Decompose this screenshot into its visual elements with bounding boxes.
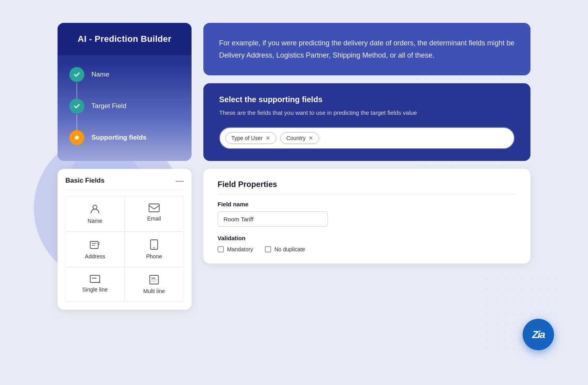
top-info-card: For example, if you were predicting the … bbox=[203, 23, 530, 75]
field-item-email[interactable]: Email bbox=[125, 196, 184, 232]
tag-country-label: Country bbox=[286, 135, 305, 141]
main-container: AI - Prediction Builder Name bbox=[58, 23, 530, 362]
step-spacer-1 bbox=[69, 82, 180, 99]
field-label-multi-line: Multi line bbox=[143, 288, 165, 294]
ai-builder-card: AI - Prediction Builder Name bbox=[58, 23, 192, 161]
field-item-multi-line[interactable]: Multi line bbox=[125, 267, 184, 302]
field-label-email: Email bbox=[147, 215, 161, 222]
checkbox-no-duplicate[interactable]: No duplicate bbox=[265, 246, 305, 252]
address-icon bbox=[89, 239, 100, 250]
email-icon bbox=[149, 204, 160, 212]
step-label-target: Target Field bbox=[91, 102, 127, 110]
field-properties-title: Field Properties bbox=[218, 180, 516, 194]
person-icon bbox=[89, 204, 100, 215]
supporting-fields-title: Select the supporting fields bbox=[219, 95, 515, 104]
step-supporting[interactable]: Supporting fields bbox=[69, 130, 180, 145]
svg-rect-12 bbox=[151, 278, 155, 278]
left-panel: AI - Prediction Builder Name bbox=[58, 23, 192, 310]
tag-type-of-user[interactable]: Type of User ✕ bbox=[225, 132, 276, 144]
field-item-phone[interactable]: Phone bbox=[125, 232, 184, 267]
checkbox-no-duplicate-box[interactable] bbox=[265, 246, 271, 252]
ai-builder-steps: Name Target Field bbox=[58, 55, 192, 161]
svg-rect-8 bbox=[90, 275, 100, 282]
field-item-address[interactable]: Address bbox=[65, 232, 125, 267]
svg-point-0 bbox=[93, 205, 97, 209]
field-label-name: Name bbox=[87, 218, 102, 224]
right-panel: For example, if you were predicting the … bbox=[203, 23, 530, 264]
tag-type-of-user-label: Type of User bbox=[231, 135, 262, 141]
tag-country[interactable]: Country ✕ bbox=[280, 132, 319, 144]
multi-line-icon bbox=[149, 275, 159, 285]
step-circle-supporting bbox=[69, 130, 84, 145]
basic-fields-card: Basic Fields — Name bbox=[58, 169, 192, 310]
checkbox-no-duplicate-label: No duplicate bbox=[274, 246, 305, 252]
field-label-single-line: Single line bbox=[82, 286, 108, 293]
field-properties-card: Field Properties Field name Validation M… bbox=[203, 169, 530, 264]
basic-fields-title: Basic Fields bbox=[65, 177, 104, 185]
step-name[interactable]: Name bbox=[69, 67, 180, 82]
validation-options: Mandatory No duplicate bbox=[218, 246, 516, 252]
step-spacer-2 bbox=[69, 114, 180, 130]
step-circle-name bbox=[69, 67, 84, 82]
basic-fields-header: Basic Fields — bbox=[65, 177, 184, 190]
top-info-text: For example, if you were predicting the … bbox=[219, 37, 515, 61]
supporting-fields-card: Select the supporting fields These are t… bbox=[203, 83, 530, 161]
tag-type-of-user-close[interactable]: ✕ bbox=[266, 135, 270, 141]
supporting-fields-subtitle: These are the fields that you want to us… bbox=[219, 108, 515, 118]
checkbox-mandatory-box[interactable] bbox=[218, 246, 224, 252]
zia-button[interactable]: Zia bbox=[523, 319, 554, 350]
validation-label: Validation bbox=[218, 235, 516, 241]
phone-icon bbox=[149, 239, 159, 250]
field-label-phone: Phone bbox=[146, 253, 162, 260]
svg-rect-1 bbox=[149, 204, 159, 212]
ai-builder-header: AI - Prediction Builder bbox=[58, 23, 192, 55]
ai-builder-title: AI - Prediction Builder bbox=[69, 34, 180, 44]
step-target[interactable]: Target Field bbox=[69, 99, 180, 114]
field-name-label: Field name bbox=[218, 201, 516, 207]
field-name-input[interactable] bbox=[218, 211, 328, 227]
svg-point-7 bbox=[154, 247, 155, 249]
tag-country-close[interactable]: ✕ bbox=[309, 135, 313, 141]
step-label-supporting: Supporting fields bbox=[91, 134, 147, 142]
checkbox-mandatory[interactable]: Mandatory bbox=[218, 246, 253, 252]
fields-grid: Name Email bbox=[65, 196, 184, 302]
svg-rect-9 bbox=[92, 278, 97, 278]
step-circle-target bbox=[69, 99, 84, 114]
field-item-single-line[interactable]: Single line bbox=[65, 267, 125, 302]
svg-rect-2 bbox=[90, 241, 98, 249]
collapse-icon[interactable]: — bbox=[176, 177, 184, 185]
checkbox-mandatory-label: Mandatory bbox=[227, 246, 253, 252]
single-line-icon bbox=[89, 275, 100, 283]
field-label-address: Address bbox=[85, 253, 105, 260]
field-item-name[interactable]: Name bbox=[65, 196, 125, 232]
step-label-name: Name bbox=[91, 71, 109, 78]
zia-logo: Zia bbox=[532, 329, 545, 341]
supporting-input-area[interactable]: Type of User ✕ Country ✕ bbox=[219, 127, 515, 149]
